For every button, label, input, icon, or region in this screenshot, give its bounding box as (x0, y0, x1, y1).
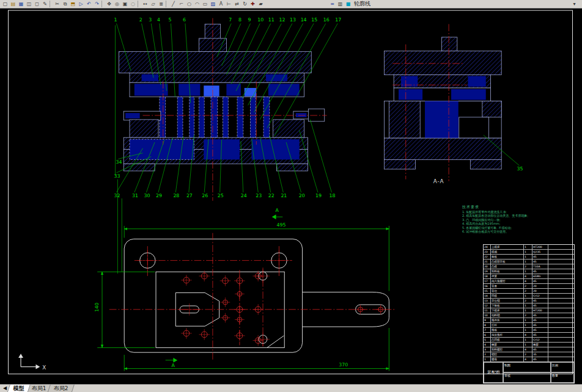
hatch-icon[interactable]: ▨ (209, 1, 217, 8)
layer-states-icon[interactable]: ▥ (336, 1, 344, 8)
title-block-qty: 数量 (551, 372, 574, 383)
drawing-title: 装配图 (484, 362, 503, 383)
bom-row: 14凹模1Cr12 (484, 294, 574, 299)
layers-icon[interactable]: ≡ (328, 1, 336, 8)
part-callout: 28 (173, 193, 179, 198)
plot-preview-icon[interactable]: ◻ (33, 1, 41, 8)
tab-model[interactable]: 模型 (7, 384, 31, 392)
trim-icon[interactable]: ✚ (249, 1, 257, 8)
polyline-icon[interactable]: ⌐ (177, 1, 185, 8)
cut-icon[interactable]: ✂ (53, 1, 61, 8)
bom-row: 8打杆145 (484, 323, 574, 328)
part-callout: 16 (323, 18, 330, 23)
arc-icon[interactable]: ◠ (193, 1, 201, 8)
list-icon[interactable]: ≣ (157, 1, 165, 8)
part-callout: 27 (186, 193, 193, 198)
redo-icon[interactable]: ↷ (93, 1, 101, 8)
part-callout: 17 (335, 18, 341, 23)
part-callout: 7 (229, 18, 232, 23)
rotate-icon[interactable]: ↻ (241, 1, 249, 8)
tech-notes: 技术要求 1. 装配前所有零件均需清洗干净;2. 模具装配后各活动部位运动灵活、… (462, 205, 576, 234)
bom-row: 12下垫板145 (484, 303, 574, 308)
save-icon[interactable]: ▦ (17, 1, 25, 8)
copy-icon[interactable]: ⧉ (61, 1, 69, 8)
part-callout: 18 (330, 193, 336, 198)
open-icon[interactable]: ▤ (9, 1, 17, 8)
tech-notes-lines: 1. 装配前所有零件均需清洗干净;2. 模具装配后各活动部位运动灵活、无卡滞现象… (462, 210, 576, 234)
bom-row: 20凸模2T10A (484, 264, 574, 269)
part-callout: 29 (156, 193, 162, 198)
part-callout: 4 (157, 18, 160, 23)
title-block: 制图 装配图 比例 审核 数量 (484, 362, 574, 383)
undo-icon[interactable]: ↶ (85, 1, 93, 8)
current-layer-label[interactable]: 轮廓线 (354, 0, 370, 8)
circle-icon[interactable]: ○ (185, 1, 193, 8)
rectangle-icon[interactable]: ▭ (201, 1, 209, 8)
erase-icon[interactable]: ▰ (257, 1, 265, 8)
paste-icon[interactable]: ⬒ (69, 1, 77, 8)
part-callout: 2 (139, 18, 142, 23)
bom-row: 9推件块145 (484, 318, 574, 323)
line-icon[interactable]: ╱ (169, 1, 177, 8)
bom-row: 23模柄1Q235 (484, 250, 574, 255)
part-callout: 3 (149, 18, 152, 23)
move-icon[interactable]: ⇄ (233, 1, 241, 8)
toolbar-options-icon[interactable]: ▾ (570, 1, 578, 8)
drawing-canvas[interactable]: A-A (0, 9, 582, 384)
part-callout: 34 (116, 159, 122, 165)
title-block-check: 审核 (503, 372, 551, 383)
toolbar-separator (50, 1, 53, 7)
match-properties-icon[interactable]: ▷ (77, 1, 85, 8)
section-mark-top: A (276, 208, 279, 213)
bom-row: 6连接推杆445 (484, 333, 574, 338)
bom-row: 24上模座1HT200 (484, 245, 574, 250)
dim-bottom: 370 (339, 362, 348, 368)
title-block-draw: 制图 (503, 362, 551, 372)
part-callout: 9 (248, 18, 251, 23)
area-icon[interactable]: ▱ (149, 1, 157, 8)
distance-icon[interactable]: ↔ (141, 1, 149, 8)
title-block-scale: 比例 (551, 362, 574, 372)
bom-row: 7推板145 (484, 328, 574, 333)
publish-icon[interactable]: ✎ (41, 1, 49, 8)
bom-row: 13定位销245 (484, 299, 574, 303)
layer-color-swatch-icon[interactable]: ■ (344, 1, 352, 8)
plot-icon[interactable]: ◫ (25, 1, 33, 8)
bom-row: 22垫板145 (484, 255, 574, 260)
bom-row: 21凸模固定板145 (484, 260, 574, 264)
part-callout: 33 (114, 173, 120, 179)
bom-row: 11下模座1HT200 (484, 308, 574, 313)
bom-row: 4橡胶1橡胶 (484, 343, 574, 347)
part-callout: 19 (315, 193, 322, 198)
dim-width: 495 (277, 222, 286, 228)
pan-icon[interactable]: ✥ (105, 1, 113, 8)
part-callout: 30 (144, 193, 150, 198)
part-callout: 12 (279, 18, 285, 23)
zoom-realtime-icon[interactable]: ◎ (113, 1, 121, 8)
section-mark-bottom: A (171, 363, 175, 368)
bom-row: 18弹簧465Mn (484, 274, 574, 279)
text-icon[interactable]: A (217, 1, 225, 8)
toolbar-separator (138, 1, 141, 7)
dim-linear-icon[interactable]: ⊢ (225, 1, 233, 8)
zoom-previous-icon[interactable]: ◌ (129, 1, 137, 8)
cad-application-window: ▢▤▦◫◻✎✂⧉⬒▷↶↷✥◎▣◌↔▱≣╱⌐○◠▭▨A⊢⇄↻✚▰≡▥■ 轮廓线 ▾ (0, 0, 582, 392)
bom-row: 17内六角螺钉445 (484, 279, 574, 284)
ucs-x-label: X (42, 365, 46, 371)
bom-row: 3卸料螺钉445 (484, 347, 574, 352)
part-callout: 1 (114, 18, 117, 23)
side-section-view: A-A (385, 24, 502, 184)
part-callout: 5 (169, 18, 172, 23)
bom-row: 19卸料板145 (484, 269, 574, 274)
part-callout: 22 (268, 193, 274, 198)
new-icon[interactable]: ▢ (1, 1, 9, 8)
part-callout: 35 (517, 166, 523, 172)
zoom-window-icon[interactable]: ▣ (121, 1, 129, 8)
bom-row: 16导套220 (484, 284, 574, 289)
tab-layout2[interactable]: 布局2 (48, 384, 75, 392)
plan-view: 495 370 140 A A (94, 208, 395, 371)
part-callout: 23 (256, 193, 262, 198)
bom-row: 15导柱220 (484, 289, 574, 294)
bom-body: 24上模座1HT20023模柄1Q23522垫板14521凸模固定板14520凸… (484, 245, 574, 362)
dim-left: 140 (94, 303, 100, 312)
